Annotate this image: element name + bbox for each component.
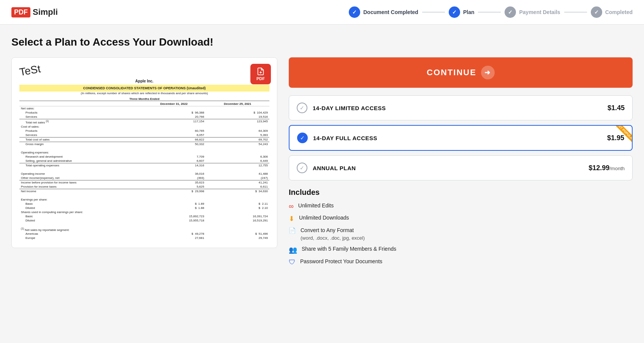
includes-title: Includes [289, 188, 633, 197]
most-popular-badge: MOST POPULAR [614, 126, 632, 142]
divider-1 [422, 12, 445, 13]
header: PDF Simpli ✓ Document Completed ✓ Plan ✓… [0, 0, 644, 25]
logo-simpli: Simpli [33, 7, 58, 17]
document-preview: PDF TeSt Apple Inc. CONDENSED CONSOLIDAT… [11, 57, 277, 248]
continue-arrow-icon: ➜ [481, 66, 495, 79]
step-2-label: Plan [463, 9, 475, 15]
includes-convert-text: Convert to Any Format(word, .docx, .doc,… [301, 227, 365, 242]
logo-pdf: PDF [11, 7, 30, 17]
plan-option-full[interactable]: ✓ 14-DAY FULL ACCESS $1.95 MOST POPULAR [289, 125, 633, 151]
pdf-badge: PDF [250, 64, 271, 84]
continue-button[interactable]: CONTINUE ➜ [289, 57, 633, 88]
step-plan: ✓ Plan [449, 6, 475, 18]
plan-option-limited[interactable]: ✓ 14-DAY LIMITED ACCESS $1.45 [289, 95, 633, 120]
net-sales-label: Net sales: [19, 106, 269, 111]
includes-downloads-text: Unlimited Downloads [299, 214, 349, 222]
step-4-label: Completed [605, 9, 633, 15]
progress-steps: ✓ Document Completed ✓ Plan ✓ Payment De… [349, 6, 633, 18]
plan-option-annual[interactable]: ✓ ANNUAL PLAN $12.99/month [289, 155, 633, 180]
doc-subtitle: (In millions, except number of shares wh… [19, 92, 269, 95]
plan-check-full: ✓ [297, 133, 308, 143]
right-panel: CONTINUE ➜ ✓ 14-DAY LIMITED ACCESS $1.45… [289, 57, 633, 266]
col2-header: December 25, 2021 [206, 102, 269, 106]
includes-unlimited-downloads: ⬇ Unlimited Downloads [289, 214, 633, 223]
plan-price-annual: $12.99/month [589, 164, 625, 172]
step-4-circle: ✓ [591, 6, 602, 18]
document-content: TeSt Apple Inc. CONDENSED CONSOLIDATED S… [19, 65, 269, 240]
divider-2 [478, 12, 501, 13]
doc-watermark: TeSt [19, 63, 41, 77]
includes-unlimited-edits: ∞ Unlimited Edits [289, 202, 633, 210]
plan-name-annual: ANNUAL PLAN [313, 165, 583, 171]
includes-password-protect: 🛡 Password Protect Your Documents [289, 258, 633, 266]
step-document-completed: ✓ Document Completed [349, 6, 418, 18]
plan-name-full: 14-DAY FULL ACCESS [313, 135, 602, 141]
step-2-circle: ✓ [449, 6, 460, 18]
includes-share-family: 👥 Share with 5 Family Members & Friends [289, 245, 633, 254]
step-payment-details: ✓ Payment Details [505, 6, 560, 18]
continue-label: CONTINUE [427, 68, 476, 77]
step-completed: ✓ Completed [591, 6, 633, 18]
includes-list: ∞ Unlimited Edits ⬇ Unlimited Downloads … [289, 202, 633, 266]
main-content: Select a Plan to Access Your Download! P… [0, 25, 644, 278]
step-1-circle: ✓ [349, 6, 360, 18]
pdf-format-icon: 📄 [289, 227, 296, 234]
divider-3 [564, 12, 587, 13]
doc-highlight: CONDENSED CONSOLIDATED STATEMENTS OF OPE… [19, 85, 269, 92]
includes-convert-format: 📄 Convert to Any Format(word, .docx, .do… [289, 227, 633, 242]
doc-table: December 31, 2022 December 25, 2021 Net … [19, 102, 269, 240]
col1-header: December 31, 2022 [142, 102, 206, 106]
page-title: Select a Plan to Access Your Download! [11, 36, 633, 48]
step-3-circle: ✓ [505, 6, 516, 18]
step-1-label: Document Completed [363, 9, 418, 15]
shield-icon: 🛡 [289, 258, 296, 266]
plan-check-annual: ✓ [297, 163, 307, 173]
pdf-badge-label: PDF [256, 76, 265, 81]
plan-check-limited: ✓ [297, 103, 307, 113]
includes-password-text: Password Protect Your Documents [300, 258, 382, 266]
content-row: PDF TeSt Apple Inc. CONDENSED CONSOLIDAT… [11, 57, 633, 266]
infinity-icon: ∞ [289, 202, 294, 210]
step-3-label: Payment Details [519, 9, 560, 15]
doc-period: Three Months Ended [19, 97, 269, 101]
doc-company: Apple Inc. [19, 79, 269, 83]
includes-edits-text: Unlimited Edits [298, 202, 334, 210]
download-icon: ⬇ [289, 215, 294, 223]
family-icon: 👥 [289, 246, 297, 254]
plan-name-limited: 14-DAY LIMITED ACCESS [313, 105, 602, 111]
plan-price-limited: $1.45 [608, 104, 625, 112]
logo: PDF Simpli [11, 7, 58, 17]
includes-share-text: Share with 5 Family Members & Friends [302, 245, 396, 253]
